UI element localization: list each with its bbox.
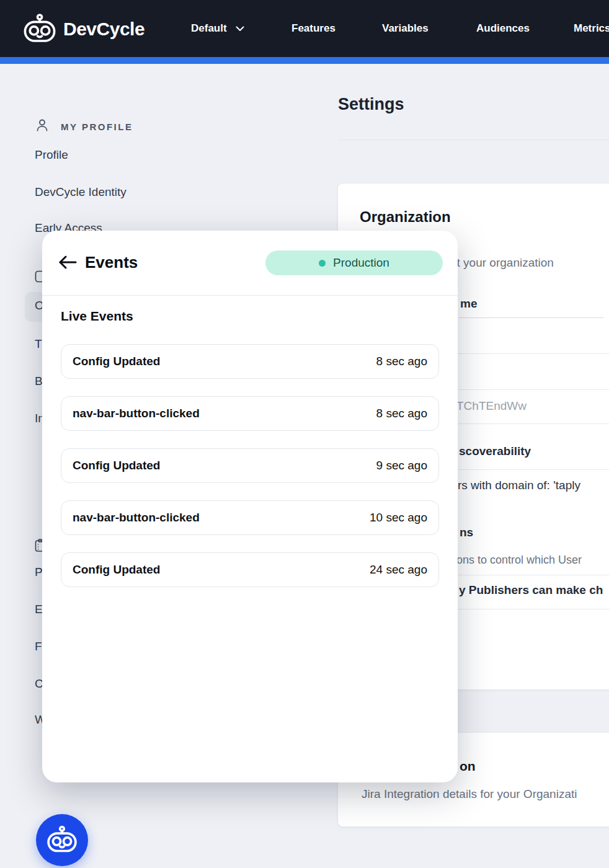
sidebar-item-clipped-p[interactable]: P (35, 565, 43, 579)
sidebar-section-label: MY PROFILE (61, 122, 133, 132)
environment-dot-icon (319, 260, 326, 267)
event-row[interactable]: Config Updated 9 sec ago (61, 448, 439, 483)
organization-id-fragment: TChTEndWw (456, 399, 527, 413)
back-arrow-icon[interactable] (58, 254, 78, 270)
environment-badge-label: Production (333, 256, 389, 270)
accent-bar (0, 57, 609, 64)
publishers-setting-fragment: y Publishers can make ch (459, 583, 603, 597)
jira-card-title-fragment: on (460, 759, 476, 774)
organization-subtitle-fragment: ut your organization (450, 256, 554, 270)
nav-link-metrics[interactable]: Metrics (574, 22, 609, 35)
live-events-modal: Events Production Live Events Config Upd… (42, 231, 458, 782)
jira-card-description: Jira Integration details for your Organi… (362, 787, 609, 801)
organization-name-label-fragment: me (460, 297, 477, 311)
event-row[interactable]: nav-bar-button-clicked 8 sec ago (61, 396, 439, 431)
event-row[interactable]: Config Updated 24 sec ago (61, 552, 439, 587)
modal-header: Events Production (42, 231, 458, 296)
devcycle-assistant-button[interactable] (36, 814, 88, 866)
event-time: 8 sec ago (376, 407, 427, 420)
environment-badge[interactable]: Production (265, 250, 443, 275)
discoverability-label-fragment: scoverability (459, 445, 531, 458)
sidebar-item-clipped-t[interactable]: T (35, 337, 42, 351)
event-row[interactable]: nav-bar-button-clicked 10 sec ago (61, 500, 439, 535)
event-name: Config Updated (73, 459, 160, 472)
sidebar-item-clipped-f[interactable]: F (35, 640, 42, 653)
organization-card-title: Organization (360, 208, 451, 226)
modal-title: Events (85, 253, 138, 272)
nav-link-audiences[interactable]: Audiences (476, 22, 530, 35)
sidebar-item-clipped-b[interactable]: B (35, 374, 43, 388)
devcycle-logo[interactable]: DevCycle (22, 14, 144, 45)
event-time: 24 sec ago (370, 563, 427, 577)
nav-link-variables[interactable]: Variables (382, 22, 429, 35)
sidebar-item-profile[interactable]: Profile (35, 148, 68, 162)
brand-name: DevCycle (63, 19, 144, 40)
permissions-desc-fragment: ons to control which User (456, 554, 582, 567)
nav-link-features[interactable]: Features (291, 22, 336, 35)
event-row[interactable]: Config Updated 8 sec ago (61, 344, 439, 379)
event-name: Config Updated (73, 563, 160, 577)
project-selector-label: Default (191, 22, 227, 34)
event-time: 9 sec ago (376, 459, 427, 472)
permissions-title-fragment: ns (460, 526, 473, 539)
sidebar-section-my-profile: MY PROFILE (35, 118, 133, 135)
devcycle-robot-icon (22, 14, 57, 45)
divider (338, 140, 609, 140)
sidebar-item-devcycle-identity[interactable]: DevCycle Identity (35, 185, 127, 199)
event-time: 10 sec ago (370, 511, 427, 525)
person-icon (35, 118, 50, 135)
event-name: nav-bar-button-clicked (73, 511, 200, 525)
event-name: nav-bar-button-clicked (73, 407, 200, 420)
project-selector[interactable]: Default (191, 22, 244, 35)
robot-face-icon (46, 825, 78, 855)
event-name: Config Updated (73, 355, 160, 368)
domain-rule-fragment: rs with domain of: 'taply (458, 479, 580, 492)
sidebar-item-clipped-e[interactable]: E (35, 603, 43, 616)
app-root: Settings Organization ut your organizati… (0, 0, 609, 868)
chevron-down-icon (236, 22, 244, 35)
organization-name-input-underline[interactable] (459, 317, 603, 318)
event-time: 8 sec ago (376, 355, 427, 368)
page-title: Settings (338, 95, 404, 114)
live-events-heading: Live Events (61, 309, 133, 324)
